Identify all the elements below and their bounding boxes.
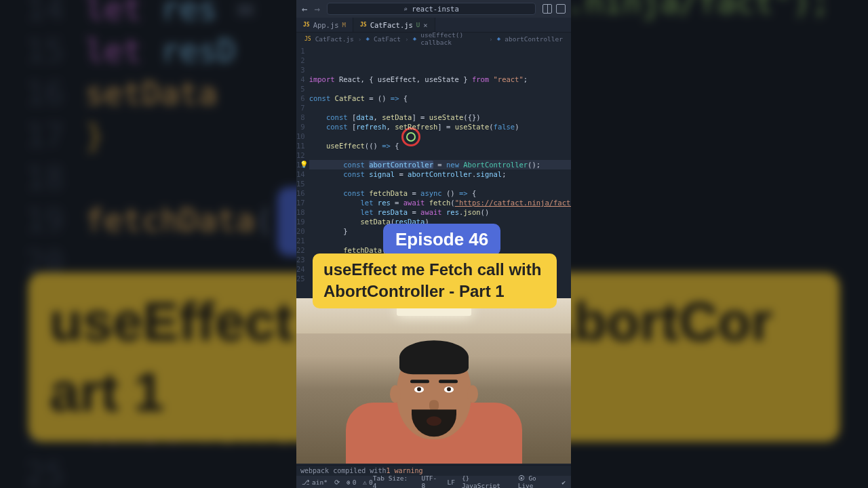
code-line[interactable]: const [data, setData] = useState({})	[309, 113, 571, 122]
layout-icon[interactable]	[556, 4, 566, 14]
url-text: react-insta	[412, 5, 459, 13]
code-line[interactable]: useEffect(() => {	[309, 141, 571, 150]
error-count[interactable]: ⊗ 0	[347, 479, 356, 486]
code-line[interactable]	[309, 131, 571, 141]
close-icon[interactable]: ×	[423, 21, 427, 29]
status-bar: ⎇ ain* ⟳ ⊗ 0 ⚠ 0 Tab Size: 4 UTF-8 LF {}…	[296, 476, 571, 488]
eol[interactable]: LF	[447, 479, 454, 486]
encoding[interactable]: UTF-8	[421, 474, 440, 488]
code-line[interactable]: let res = await fetch("https://catfact.n…	[309, 198, 571, 207]
prettier-status[interactable]: ✔	[561, 479, 566, 486]
tab-badge: U	[416, 22, 420, 28]
js-file-icon: JS	[360, 22, 367, 28]
symbol-icon: ◈	[413, 35, 416, 42]
code-line[interactable]: const CatFact = () => {	[309, 94, 571, 103]
branch-icon: ⎇	[302, 479, 310, 486]
go-live-button[interactable]: ⦿ Go Live	[518, 474, 555, 488]
lightbulb-icon[interactable]: 💡	[300, 160, 308, 169]
tab-app-js[interactable]: JS App.js M	[296, 18, 353, 32]
tab-label: CatFact.js	[370, 21, 413, 29]
code-line[interactable]	[309, 150, 571, 160]
git-branch[interactable]: ⎇ ain*	[302, 479, 328, 486]
breadcrumb: JS CatFact.js › ◈ CatFact › ◈ useEffect(…	[296, 33, 571, 45]
search-icon: ⌕	[403, 5, 408, 13]
tab-size[interactable]: Tab Size: 4	[373, 474, 415, 488]
code-line[interactable]	[309, 103, 571, 113]
code-line[interactable]: 💡 const abortController = new AbortContr…	[309, 160, 571, 169]
error-icon: ⊗	[347, 479, 351, 486]
sync-button[interactable]: ⟳	[334, 479, 340, 486]
title-card: useEffect me Fetch call with AbortContro…	[313, 253, 557, 308]
warning-icon: ⚠	[363, 479, 367, 486]
breadcrumb-item[interactable]: CatFact	[374, 35, 401, 43]
episode-badge: Episode 46	[383, 224, 500, 256]
code-line[interactable]: const fetchData = async () => {	[309, 188, 571, 198]
tab-badge: M	[342, 22, 346, 28]
js-file-icon: JS	[303, 22, 310, 28]
code-line[interactable]	[309, 179, 571, 188]
symbol-icon: ◈	[366, 35, 370, 42]
webcam-feed	[296, 298, 571, 464]
breadcrumb-item[interactable]: useEffect() callback	[420, 31, 485, 46]
tab-label: App.js	[313, 21, 339, 29]
symbol-icon: ◈	[497, 35, 500, 42]
title-bar: ← → ⌕ react-insta	[296, 0, 571, 18]
code-line[interactable]: let resData = await res.json()	[309, 207, 571, 217]
warning-count[interactable]: ⚠ 0	[363, 479, 372, 486]
terminal-warning: 1 warning	[386, 467, 422, 474]
code-line[interactable]: import React, { useEffect, useState } fr…	[309, 75, 571, 84]
tab-catfact-js[interactable]: JS CatFact.js U ×	[353, 18, 435, 32]
url-field[interactable]: ⌕ react-insta	[327, 3, 536, 15]
language-mode[interactable]: {} JavaScript	[462, 474, 511, 488]
tabs-bar: JS App.js M JS CatFact.js U ×	[296, 18, 571, 33]
code-line[interactable]: const signal = abortController.signal;	[309, 169, 571, 179]
terminal-text: webpack compiled with	[300, 467, 386, 474]
js-file-icon: JS	[304, 36, 311, 42]
presenter-avatar	[397, 344, 471, 439]
code-line[interactable]: const [refresh, setRefresh] = useState(f…	[309, 122, 571, 131]
breadcrumb-item[interactable]: abortController	[505, 35, 563, 43]
back-button[interactable]: ←	[302, 3, 307, 14]
split-panel-icon[interactable]	[542, 4, 552, 14]
breadcrumb-item[interactable]: CatFact.js	[315, 35, 354, 43]
forward-button[interactable]: →	[314, 3, 319, 14]
code-line[interactable]	[309, 84, 571, 94]
